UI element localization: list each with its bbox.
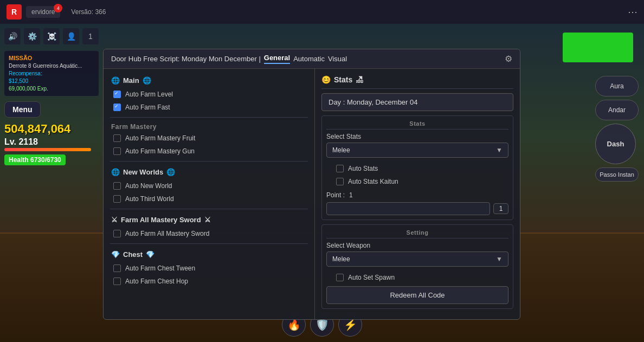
stats-header: 😊 Stats 🏖	[321, 73, 513, 89]
day-display: Day : Monday, December 04	[321, 93, 513, 111]
auto-farm-mastery-fruit-row[interactable]: Auto Farm Mastery Fruit	[104, 132, 314, 145]
farm-sword-section-label: Farm All Mastery Sword	[121, 216, 201, 224]
auto-farm-mastery-fruit-label: Auto Farm Mastery Fruit	[125, 134, 195, 142]
topbar-tab[interactable]: ervidore 4	[26, 6, 60, 18]
right-panel: 😊 Stats 🏖 Day : Monday, December 04 Stat…	[315, 69, 520, 319]
auto-farm-mastery-gun-checkbox[interactable]	[113, 147, 121, 155]
stats-emoji-right: 🏖	[356, 75, 363, 84]
settings-gear-icon[interactable]: ⚙	[505, 54, 512, 64]
auto-third-world-checkbox[interactable]	[113, 195, 121, 203]
chest-left-icon: 💎	[111, 250, 120, 259]
auto-stats-row[interactable]: Auto Stats	[326, 162, 508, 175]
exp-bar	[4, 148, 91, 151]
auto-farm-mastery-fruit-checkbox[interactable]	[113, 134, 121, 142]
tab-visual[interactable]: Visual	[328, 55, 347, 63]
auto-farm-chest-tween-checkbox[interactable]	[113, 264, 121, 272]
auto-farm-level-label: Auto Farm Level	[125, 91, 173, 98]
roblox-icon: R	[7, 4, 22, 20]
andar-button[interactable]: Andar	[595, 100, 639, 120]
auto-farm-level-row[interactable]: Auto Farm Level	[104, 88, 314, 101]
auto-farm-fast-checkbox[interactable]	[113, 104, 121, 111]
main-globe-left-icon: 🌐	[111, 76, 120, 85]
auto-set-spawn-checkbox[interactable]	[336, 274, 344, 281]
divider-4	[110, 243, 308, 244]
auto-farm-mastery-gun-label: Auto Farm Mastery Gun	[125, 147, 195, 155]
auto-stats-kaitun-checkbox[interactable]	[336, 178, 344, 185]
auto-set-spawn-label: Auto Set Spawn	[348, 274, 395, 281]
farm-sword-section-header: ⚔ Farm All Mastery Sword ⚔	[104, 212, 314, 227]
auto-farm-all-mastery-sword-label: Auto Farm All Mastery Sword	[125, 230, 209, 237]
redeem-all-code-button[interactable]: Redeem All Code	[326, 286, 508, 304]
auto-farm-chest-tween-row[interactable]: Auto Farm Chest Tween	[104, 262, 314, 275]
gear-hud-icon[interactable]: ⚙️	[24, 28, 40, 44]
main-section-header: 🌐 Main 🌐	[104, 73, 314, 88]
auto-stats-label: Auto Stats	[348, 165, 378, 172]
main-globe-right-icon: 🌐	[143, 76, 151, 85]
auto-farm-chest-hop-row[interactable]: Auto Farm Chest Hop	[104, 275, 314, 288]
exp-value: 69,000,000 Exp.	[9, 85, 94, 93]
auto-stats-kaitun-row[interactable]: Auto Stats Kaitun	[326, 175, 508, 188]
mission-title: MISSÃO	[9, 54, 94, 62]
script-title-prefix: Door Hub Free Script: Monday Mon Decembe…	[111, 55, 261, 63]
stats-dropdown[interactable]: Melee ▼	[326, 143, 508, 158]
auto-stats-kaitun-label: Auto Stats Kaitun	[348, 178, 398, 185]
script-body: 🌐 Main 🌐 Auto Farm Level Auto Farm Fast …	[104, 69, 520, 319]
weapon-dropdown[interactable]: Melee ▼	[326, 251, 508, 267]
point-label: Point :	[326, 191, 345, 199]
menu-button[interactable]: Menu	[4, 101, 41, 118]
select-stats-label: Select Stats	[326, 133, 508, 140]
stats-section-title: Stats	[326, 120, 508, 130]
auto-third-world-row[interactable]: Auto Third World	[104, 192, 314, 205]
script-window: Door Hub Free Script: Monday Mon Decembe…	[103, 49, 520, 320]
topbar-version: Versão: 366	[71, 8, 106, 16]
more-button[interactable]: ⋯	[628, 6, 637, 18]
auto-farm-fast-label: Auto Farm Fast	[125, 104, 170, 111]
auto-farm-all-mastery-sword-checkbox[interactable]	[113, 230, 121, 237]
skull-icon[interactable]: ☠️	[43, 28, 60, 44]
weapon-dropdown-value: Melee	[332, 255, 350, 263]
tab-general[interactable]: General	[264, 54, 290, 64]
left-panel: 🌐 Main 🌐 Auto Farm Level Auto Farm Fast …	[104, 69, 315, 319]
setting-section-title: Setting	[326, 229, 508, 238]
auto-farm-fast-row[interactable]: Auto Farm Fast	[104, 101, 314, 114]
point-row: Point : 1	[326, 191, 508, 199]
divider-2	[110, 161, 308, 162]
mission-box: MISSÃO Derrote 8 Guerreiros Aquátic... R…	[4, 51, 99, 96]
auto-set-spawn-row[interactable]: Auto Set Spawn	[326, 271, 508, 284]
point-slider[interactable]	[326, 202, 490, 215]
sound-icon[interactable]: 🔊	[4, 28, 21, 44]
point-value-display: 1	[349, 191, 353, 199]
person-icon[interactable]: 👤	[63, 28, 79, 44]
hud-icons-row: 🔊 ⚙️ ☠️ 👤 1	[0, 24, 103, 49]
auto-third-world-label: Auto Third World	[125, 195, 174, 203]
auto-stats-checkbox[interactable]	[336, 165, 344, 172]
weapon-dropdown-arrow-icon: ▼	[496, 255, 503, 263]
stats-dropdown-value: Melee	[332, 146, 350, 154]
right-buttons-panel: Aura Andar Dash Passo Instan	[595, 76, 639, 182]
passo-button[interactable]: Passo Instan	[595, 167, 639, 182]
new-worlds-section-label: New Worlds	[123, 168, 163, 176]
auto-new-world-checkbox[interactable]	[113, 182, 121, 190]
farm-mastery-label: Farm Mastery	[104, 121, 314, 132]
auto-farm-level-checkbox[interactable]	[113, 91, 121, 98]
chest-section-label: Chest	[123, 250, 143, 259]
auto-farm-chest-tween-label: Auto Farm Chest Tween	[125, 264, 195, 272]
stats-emoji-left: 😊	[321, 75, 331, 84]
dash-button[interactable]: Dash	[595, 124, 636, 164]
recompensa-label: Recompensa:	[9, 70, 94, 78]
divider-3	[110, 209, 308, 209]
level-display: Lv. 2118	[0, 137, 103, 147]
point-number-input[interactable]: 1	[493, 203, 508, 214]
auto-farm-chest-hop-checkbox[interactable]	[113, 278, 121, 285]
auto-farm-all-mastery-sword-row[interactable]: Auto Farm All Mastery Sword	[104, 227, 314, 240]
aura-button[interactable]: Aura	[595, 76, 639, 96]
stats-dropdown-arrow-icon: ▼	[496, 146, 503, 154]
new-worlds-globe-right-icon: 🌐	[166, 168, 175, 176]
auto-new-world-row[interactable]: Auto New World	[104, 179, 314, 192]
auto-farm-mastery-gun-row[interactable]: Auto Farm Mastery Gun	[104, 145, 314, 158]
gold-value: $12,500	[9, 78, 94, 85]
health-bar: Health 6730/6730	[4, 154, 66, 165]
tab-automatic[interactable]: Automatic	[293, 55, 325, 63]
sword-right-icon: ⚔	[204, 216, 211, 224]
gold-display: 504,847,064	[0, 121, 103, 137]
